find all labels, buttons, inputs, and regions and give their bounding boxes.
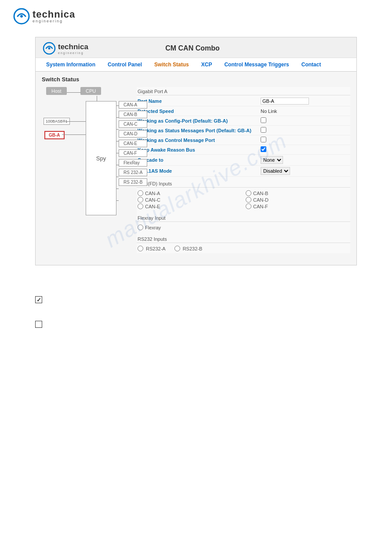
cpu-spy-line [97,96,97,101]
row-port-name: Port Name [137,96,350,106]
rs232-section-title: RS232 Inputs [137,235,350,243]
diag-host: Host [46,87,67,95]
nav-bar: System Information Control Panel Switch … [36,58,356,72]
nav-control-message-triggers[interactable]: Control Message Triggers [218,58,295,71]
checkbox-status-messages-port[interactable] [261,127,266,133]
label-can-a: CAN-A [145,191,160,196]
spy-port-line-9 [116,200,119,201]
radio-can-b[interactable] [246,190,251,196]
diag-spy-box: Spy [86,101,116,215]
diagram-area: Host CPU Spy 100BASET1 GB-A [42,87,130,232]
can-fd-item-can-d: CAN-D [246,197,349,203]
radio-rs232-b[interactable] [174,246,180,251]
top-logo-icon [13,8,30,25]
checkbox-config-port[interactable] [261,117,266,123]
unchecked-checkbox-symbol [35,321,42,328]
spy-port-line-5 [116,153,119,153]
symbol-section [0,279,392,354]
label-rs232-b: RS232-B [183,246,203,251]
label-detected-speed: Detected Speed [138,109,261,114]
nav-system-information[interactable]: System Information [40,58,102,71]
nav-contact[interactable]: Contact [295,58,327,71]
rs232-inputs-row: RS232-A RS232-B [137,244,350,253]
can-fd-section-title: CAN(FD) Inputs [137,179,350,188]
value-cascade[interactable]: None [261,156,349,164]
label-can-f: CAN-F [253,204,268,209]
flexray-input-section: Flexray Input Flexray [137,214,350,232]
row-config-port: Working as Config-Port (Default: GB-A) [137,116,350,126]
top-logo-text: technica engineering [33,10,75,23]
value-detected-speed: No Link [261,109,349,114]
radio-can-a[interactable] [138,190,143,196]
rs232-item-b: RS232-B [174,246,203,251]
diag-ports: CAN-A CAN-B CAN-C CAN-D CAN-E CAN-F Flex… [119,101,147,186]
can-fd-inputs-grid: CAN-A CAN-B CAN-C CAN-D [137,189,350,211]
label-cascade: Cascade to [138,157,261,163]
page-title: Switch Status [42,76,350,83]
can-fd-item-can-a: CAN-A [138,190,241,196]
checkbox-keep-awake[interactable] [261,146,266,152]
checkbox-control-message-port[interactable] [261,137,266,142]
port-can-d: CAN-D [119,130,147,138]
checked-checkbox-symbol [35,296,42,303]
radio-rs232-a[interactable] [138,246,143,251]
row-detected-speed: Detected Speed No Link [137,106,350,116]
select-cascade[interactable]: None [261,156,283,164]
nav-xcp[interactable]: XCP [195,58,218,71]
value-config-port[interactable] [261,117,349,124]
select-bd2-mode[interactable]: Disabled [261,167,290,175]
app-logo-technica: technica [58,43,88,51]
port-can-b: CAN-B [119,111,147,118]
spy-port-line-1 [116,105,119,106]
label-flexray: Flexray [145,225,161,230]
value-bd2-mode[interactable]: Disabled [261,167,349,175]
radio-can-d[interactable] [246,197,251,203]
radio-flexray[interactable] [138,225,143,230]
diag-spy-label: Spy [96,155,106,162]
unchecked-symbol-row [35,321,357,328]
line-gba [62,134,86,135]
label-bd2-mode: BD2.1AS Mode [138,168,261,174]
port-can-c: CAN-C [119,120,147,128]
label-rs232-a: RS232-A [146,246,166,251]
port-rs232-a: RS 232-A [119,169,147,176]
app-header: technica engineering CM CAN Combo [36,37,356,58]
host-cpu-connector [67,92,81,93]
label-control-message-port: Working as Control Message Port [138,138,261,143]
can-fd-item-can-c: CAN-C [138,197,241,203]
spy-port-line-3 [116,129,119,130]
port-rs232-b: RS 232-B [119,178,147,186]
top-logo-area: technica engineering [0,0,392,33]
nav-control-panel[interactable]: Control Panel [102,58,148,71]
switch-layout: Host CPU Spy 100BASET1 GB-A [42,87,350,253]
input-port-name[interactable] [261,98,309,105]
label-can-c: CAN-C [145,197,160,203]
port-can-e: CAN-E [119,140,147,147]
svg-point-3 [48,47,51,50]
value-keep-awake[interactable] [261,146,349,153]
top-logo: technica engineering [13,8,379,25]
app-title: CM CAN Combo [165,44,272,52]
can-fd-item-can-e: CAN-E [138,203,241,209]
port-can-f: CAN-F [119,149,147,157]
spy-port-line-6 [116,165,119,165]
value-control-message-port[interactable] [261,137,349,143]
app-logo-icon [43,42,56,55]
value-status-messages-port[interactable] [261,127,349,134]
radio-can-f[interactable] [246,203,251,209]
flexray-inputs-grid: Flexray [137,223,350,232]
page-content: Switch Status Host CPU Spy 100BASET1 [36,72,356,258]
can-fd-item-can-f: CAN-F [246,203,349,209]
checked-symbol-row [35,296,357,303]
row-control-message-port: Working as Control Message Port [137,135,350,145]
label-config-port: Working as Config-Port (Default: GB-A) [138,118,261,123]
radio-can-c[interactable] [138,197,143,203]
label-keep-awake: Keep Awake Reason Bus [138,147,261,152]
value-port-name[interactable] [261,98,349,105]
radio-can-e[interactable] [138,203,143,209]
can-fd-item-can-b: CAN-B [246,190,349,196]
label-status-messages-port: Working as Status Messages Port (Default… [138,128,261,133]
label-can-e: CAN-E [145,204,160,209]
nav-switch-status[interactable]: Switch Status [148,58,195,71]
spy-port-line-4 [116,141,119,141]
